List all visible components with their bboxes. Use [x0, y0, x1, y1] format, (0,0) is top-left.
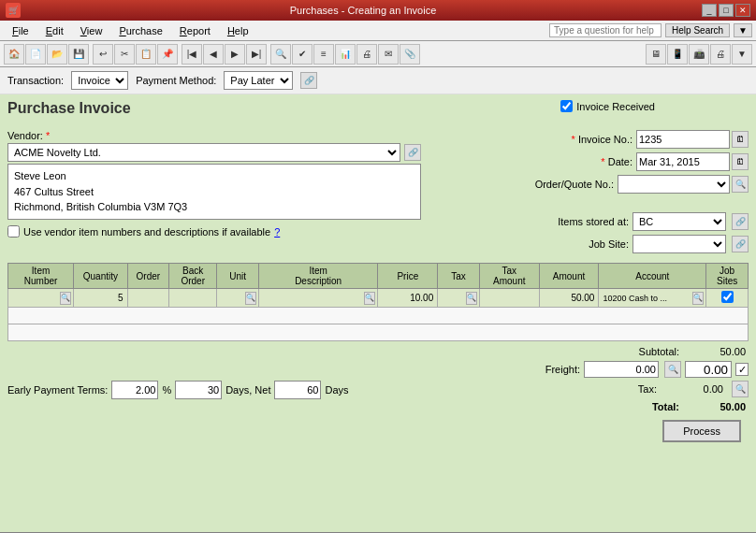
toolbar-right-btn4[interactable]: 🖨	[710, 44, 731, 65]
freight-value-input[interactable]	[685, 361, 732, 378]
invoice-no-cal-btn[interactable]: 🗓	[732, 131, 749, 148]
toolbar-home-btn[interactable]: 🏠	[4, 44, 24, 65]
menu-file[interactable]: File	[4, 22, 37, 39]
toolbar-check-btn[interactable]: ✔	[292, 44, 313, 65]
items-stored-btn[interactable]: 🔗	[732, 213, 749, 230]
job-sites-checkbox[interactable]	[721, 291, 734, 303]
items-stored-label: Items stored at:	[558, 216, 629, 227]
transaction-bar: Transaction: Invoice Payment Method: Pay…	[0, 67, 756, 94]
use-vendor-help-link[interactable]: ?	[274, 226, 280, 238]
menu-help[interactable]: Help	[219, 22, 257, 39]
tax-search-btn[interactable]: 🔍	[732, 381, 749, 397]
date-input[interactable]	[636, 152, 730, 171]
toolbar-open-btn[interactable]: 📂	[47, 44, 67, 65]
toolbar-print-btn[interactable]: 🖨	[356, 44, 377, 65]
tax-label: Tax:	[601, 383, 657, 395]
menu-report[interactable]: Report	[171, 22, 219, 39]
toolbar-save-btn[interactable]: 💾	[68, 44, 89, 65]
order-quote-select[interactable]	[618, 175, 730, 194]
help-search-button[interactable]: Help Search	[665, 23, 730, 37]
tax-amount-input[interactable]	[482, 293, 537, 303]
col-back-order: BackOrder	[169, 264, 217, 289]
invoice-no-input[interactable]	[636, 130, 730, 149]
vendor-label: Vendor:	[7, 130, 43, 141]
toolbar-next-btn[interactable]: ▶	[225, 44, 245, 65]
toolbar-right-btn3[interactable]: 📠	[689, 44, 709, 65]
items-stored-select[interactable]: BC	[632, 212, 726, 231]
toolbar-first-btn[interactable]: |◀	[182, 44, 202, 65]
transaction-select[interactable]: Invoice	[71, 71, 128, 90]
col-job-sites: JobSites	[706, 264, 749, 289]
back-order-input[interactable]	[171, 293, 214, 303]
unit-input[interactable]	[219, 293, 245, 303]
cell-job-sites	[706, 289, 749, 308]
toolbar-undo-btn[interactable]: ↩	[93, 44, 113, 65]
item-desc-search[interactable]: 🔍	[364, 292, 376, 305]
order-quote-search-btn[interactable]: 🔍	[732, 176, 749, 193]
cell-order	[127, 289, 169, 308]
account-search[interactable]: 🔍	[692, 292, 705, 305]
toolbar-graph-btn[interactable]: 📊	[335, 44, 356, 65]
toolbar-paste-btn[interactable]: 📌	[157, 44, 178, 65]
menu-edit[interactable]: Edit	[37, 22, 72, 39]
account-input[interactable]	[601, 294, 691, 303]
vendor-action-btn[interactable]: 🔗	[404, 144, 421, 161]
invoice-received-checkbox[interactable]	[560, 100, 573, 112]
item-number-input[interactable]	[10, 293, 60, 303]
order-input[interactable]	[130, 293, 167, 303]
percent-sign: %	[162, 384, 171, 396]
toolbar-copy-btn[interactable]: 📋	[136, 44, 156, 65]
menu-view[interactable]: View	[72, 22, 111, 39]
toolbar-cut-btn[interactable]: ✂	[114, 44, 135, 65]
job-site-select[interactable]	[632, 235, 726, 253]
cell-quantity	[74, 289, 127, 308]
payment-info-btn[interactable]: 🔗	[300, 72, 317, 89]
payment-terms-days1-input[interactable]	[175, 381, 222, 399]
payment-terms-percent-input[interactable]	[111, 381, 158, 399]
col-price: Price	[378, 264, 438, 289]
tax-value: 0.00	[661, 382, 726, 396]
process-button[interactable]: Process	[662, 420, 741, 442]
freight-row: Freight: 🔍 ✓	[449, 361, 749, 378]
address-line1: Steve Leon	[14, 168, 414, 184]
toolbar-last-btn[interactable]: ▶|	[246, 44, 267, 65]
menu-purchase[interactable]: Purchase	[110, 22, 170, 39]
cell-tax-amount	[479, 289, 539, 308]
toolbar-search-btn[interactable]: 🔍	[270, 44, 291, 65]
subtotal-label: Subtotal:	[623, 346, 679, 357]
toolbar-email-btn[interactable]: ✉	[378, 44, 399, 65]
days1-label: Days, Net	[225, 384, 270, 396]
payment-method-select[interactable]: Pay Later	[224, 71, 293, 90]
menu-arrow-button[interactable]: ▼	[734, 23, 752, 37]
unit-search[interactable]: 🔍	[245, 292, 256, 305]
vendor-select[interactable]: ACME Novelty Ltd.	[7, 143, 400, 162]
payment-terms-days2-input[interactable]	[274, 381, 321, 399]
tax-search[interactable]: 🔍	[466, 292, 477, 305]
price-input[interactable]	[380, 293, 435, 303]
date-cal-btn[interactable]: 🗓	[732, 153, 749, 170]
maximize-btn[interactable]: □	[719, 4, 734, 17]
minimize-btn[interactable]: _	[702, 4, 717, 17]
help-search-input[interactable]	[549, 23, 662, 37]
toolbar-prev-btn[interactable]: ◀	[203, 44, 224, 65]
freight-input[interactable]	[584, 361, 659, 378]
job-site-btn[interactable]: 🔗	[732, 236, 749, 252]
amount-input[interactable]	[542, 293, 597, 303]
freight-checkbox[interactable]: ✓	[735, 363, 749, 376]
toolbar-right-btn5[interactable]: ▼	[732, 44, 752, 65]
freight-search-btn[interactable]: 🔍	[664, 361, 681, 378]
use-vendor-checkbox[interactable]	[7, 225, 20, 238]
toolbar-right-btn2[interactable]: 📱	[667, 44, 688, 65]
col-item-description: ItemDescription	[258, 264, 378, 289]
item-number-search[interactable]: 🔍	[60, 292, 71, 305]
tax-input[interactable]	[440, 293, 466, 303]
toolbar-list-btn[interactable]: ≡	[313, 44, 334, 65]
toolbar-attach-btn[interactable]: 📎	[400, 44, 420, 65]
item-desc-input[interactable]	[261, 293, 364, 303]
order-quote-row: Order/Quote No.: 🔍	[430, 175, 749, 194]
quantity-input[interactable]	[76, 293, 124, 303]
close-btn[interactable]: ✕	[735, 4, 750, 17]
toolbar-new-btn[interactable]: 📄	[25, 44, 46, 65]
cell-price	[378, 289, 438, 308]
toolbar-right-btn1[interactable]: 🖥	[646, 44, 666, 65]
